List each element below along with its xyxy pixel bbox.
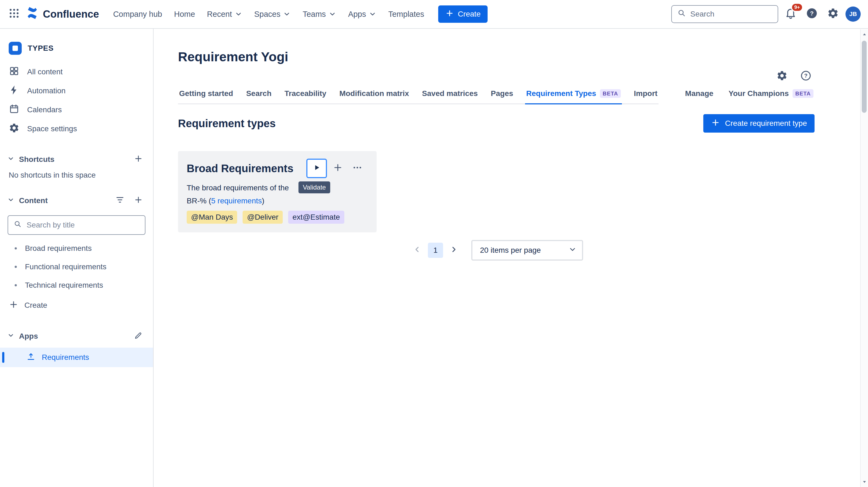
selected-indicator <box>2 352 4 363</box>
tab-saved-matrices[interactable]: Saved matrices <box>421 86 478 103</box>
plus-icon <box>9 300 19 311</box>
validate-button[interactable] <box>306 159 327 178</box>
notifications: 9+ <box>782 5 799 23</box>
plus-icon <box>445 9 454 20</box>
scrollbar-thumb[interactable] <box>862 41 867 113</box>
vertical-scrollbar[interactable] <box>860 29 868 487</box>
tab-getting-started[interactable]: Getting started <box>178 86 234 103</box>
content-search-input[interactable] <box>27 221 140 229</box>
page-size-select[interactable]: 20 items per page <box>471 240 583 261</box>
tab-modification-matrix[interactable]: Modification matrix <box>338 86 410 103</box>
chevron-down-icon <box>568 246 577 255</box>
card-header: Broad Requirements <box>187 159 368 178</box>
previous-page-button[interactable] <box>409 243 425 258</box>
scroll-up-icon[interactable] <box>861 30 868 38</box>
main-content: Requirement Yogi ? Getting started Searc… <box>154 29 868 487</box>
nav-item-company-hub[interactable]: Company hub <box>108 6 168 23</box>
filter-icon <box>115 195 125 206</box>
validate-tooltip: Validate <box>299 182 330 193</box>
requirement-key-line: BR-% (5 requirements) <box>187 197 368 205</box>
settings-button[interactable] <box>824 5 842 23</box>
chevron-left-icon <box>413 245 422 256</box>
app-help-button[interactable]: ? <box>797 68 814 85</box>
content-item-broad-requirements[interactable]: Broad requirements <box>0 239 153 258</box>
help-icon: ? <box>806 7 818 21</box>
nav-item-recent[interactable]: Recent <box>202 6 248 23</box>
edit-apps-button[interactable] <box>132 330 144 342</box>
calendar-icon <box>9 104 20 116</box>
content-search[interactable] <box>8 215 146 235</box>
apps-collapse-button[interactable] <box>4 330 18 343</box>
content-item-functional-requirements[interactable]: Functional requirements <box>0 258 153 276</box>
tag-ext-estimate[interactable]: ext@Estimate <box>288 211 344 224</box>
add-requirement-button[interactable] <box>329 160 346 177</box>
sidebar-item-calendars[interactable]: Calendars <box>0 100 153 119</box>
chevron-down-icon <box>329 10 336 18</box>
confluence-home-link[interactable]: Confluence <box>26 7 99 22</box>
global-create-button[interactable]: Create <box>438 5 488 23</box>
help-button[interactable]: ? <box>803 5 820 23</box>
tab-import[interactable]: Import <box>633 86 658 103</box>
sidebar-item-space-settings[interactable]: Space settings <box>0 119 153 138</box>
svg-text:?: ? <box>810 10 813 17</box>
app-settings-button[interactable] <box>773 68 791 85</box>
apps-section-title: Apps <box>19 332 38 340</box>
tab-traceability[interactable]: Traceability <box>283 86 328 103</box>
search-input[interactable] <box>690 10 772 19</box>
sidebar-item-requirements[interactable]: Requirements <box>0 348 153 367</box>
space-navigation: All content Automation Calendars Space s… <box>0 62 153 138</box>
add-shortcut-button[interactable] <box>132 154 144 165</box>
user-avatar[interactable]: JB <box>845 6 861 22</box>
primary-navigation: Company hub Home Recent Spaces Teams App… <box>108 6 430 23</box>
tab-search[interactable]: Search <box>245 86 272 103</box>
nav-item-teams[interactable]: Teams <box>297 6 341 23</box>
requirement-type-title: Broad Requirements <box>187 162 293 174</box>
shortcuts-collapse-button[interactable] <box>4 153 18 166</box>
tag-deliver[interactable]: @Deliver <box>243 211 283 224</box>
tab-your-champions[interactable]: Your ChampionsBETA <box>727 86 814 103</box>
sidebar-item-automation[interactable]: Automation <box>0 82 153 100</box>
content-section-title: Content <box>19 196 48 205</box>
app-switcher-button[interactable] <box>5 5 23 23</box>
section-title: Requirement types <box>178 118 276 130</box>
shortcuts-section-header: Shortcuts <box>0 151 153 168</box>
space-sidebar: TYPES All content Automation Calendars <box>0 29 154 487</box>
plus-icon <box>333 162 343 174</box>
sidebar-create-button[interactable]: Create <box>0 296 153 315</box>
sidebar-item-all-content[interactable]: All content <box>0 62 153 82</box>
navbar-right-cluster: 9+ ? JB <box>671 5 861 23</box>
tab-requirement-types[interactable]: Requirement TypesBETA <box>525 86 622 104</box>
more-actions-button[interactable] <box>349 160 366 177</box>
product-name: Confluence <box>43 8 99 20</box>
requirements-count-link[interactable]: 5 requirements <box>211 197 262 205</box>
play-icon <box>312 163 321 174</box>
tab-bar: Getting started Search Traceability Modi… <box>178 86 814 104</box>
app-grid-icon <box>8 7 20 21</box>
grid-icon <box>9 66 20 78</box>
section-header: Requirement types Create requirement typ… <box>178 114 814 133</box>
shortcuts-empty-text: No shortcuts in this space <box>0 168 153 180</box>
tab-manage[interactable]: Manage <box>684 86 714 103</box>
next-page-button[interactable] <box>446 243 462 258</box>
nav-item-templates[interactable]: Templates <box>383 6 430 23</box>
page-number-button[interactable]: 1 <box>428 243 443 258</box>
bullet-icon <box>14 266 17 268</box>
content-collapse-button[interactable] <box>4 194 18 207</box>
lightning-icon <box>9 85 20 97</box>
pencil-icon <box>134 331 143 342</box>
scroll-down-icon[interactable] <box>861 478 868 486</box>
nav-item-apps[interactable]: Apps <box>343 6 382 23</box>
filter-content-button[interactable] <box>114 195 126 207</box>
tag-man-days[interactable]: @Man Days <box>187 211 237 224</box>
global-search[interactable] <box>671 5 778 23</box>
space-header[interactable]: TYPES <box>0 38 153 58</box>
nav-item-home[interactable]: Home <box>168 6 200 23</box>
beta-badge: BETA <box>793 89 813 98</box>
nav-item-spaces[interactable]: Spaces <box>249 6 296 23</box>
tab-pages[interactable]: Pages <box>490 86 515 103</box>
beta-badge: BETA <box>600 89 621 98</box>
content-item-technical-requirements[interactable]: Technical requirements <box>0 276 153 294</box>
add-content-button[interactable] <box>132 195 144 207</box>
create-requirement-type-button[interactable]: Create requirement type <box>703 114 814 133</box>
plus-icon <box>711 118 720 129</box>
